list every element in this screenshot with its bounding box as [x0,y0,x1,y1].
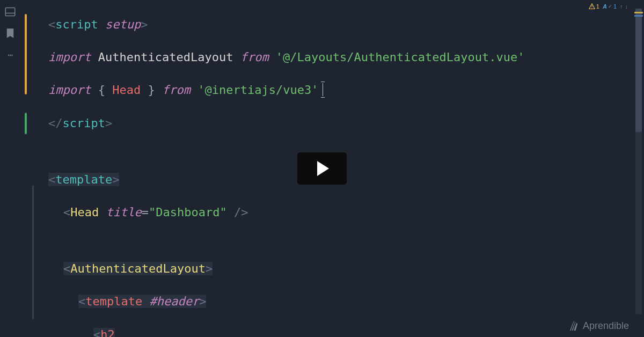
code-line: </script> [48,111,629,136]
code-line: import AuthenticatedLayout from '@/Layou… [48,45,629,70]
arrow-down-icon[interactable]: ↓ [625,3,628,10]
watermark: Aprendible [569,320,629,332]
bookmark-icon[interactable] [5,28,16,39]
overview-info-marker [634,15,643,17]
info-count: 1 [613,3,617,10]
play-icon [317,161,329,176]
right-rail [629,0,644,337]
info-indicator[interactable]: A✓ 1 [603,3,617,10]
code-line: import { Head } from '@inertiajs/vue3' [48,77,629,102]
annotations-bar: 1 A✓ 1 ↑ ↓ [589,3,628,10]
code-editor: ⋯ <script setup> import AuthenticatedLay… [0,0,644,337]
overview-warning-marker [634,12,643,13]
code-line: <script setup> [48,12,629,37]
scrollbar-thumb[interactable] [635,9,642,132]
nav-arrows[interactable]: ↑ ↓ [620,3,628,10]
code-line: <h2 [48,322,629,338]
svg-rect-0 [5,8,15,16]
play-button[interactable] [297,152,347,185]
text-cursor [323,83,323,96]
change-marker-modified [25,14,27,94]
warning-indicator[interactable]: 1 [589,3,599,10]
arrow-up-icon[interactable]: ↑ [620,3,623,10]
indent-guide [32,185,34,319]
more-icon[interactable]: ⋯ [5,49,16,60]
warning-count: 1 [596,3,599,10]
code-line: <AuthenticatedLayout> [48,256,629,281]
gutter [20,0,48,337]
activity-bar: ⋯ [0,0,20,337]
code-line: <Head title="Dashboard" /> [48,200,629,225]
code-line: <template #header> [48,289,629,314]
change-marker-added [25,113,27,134]
watermark-text: Aprendible [583,320,629,332]
watermark-logo-icon [569,320,579,332]
panel-icon[interactable] [5,6,16,17]
